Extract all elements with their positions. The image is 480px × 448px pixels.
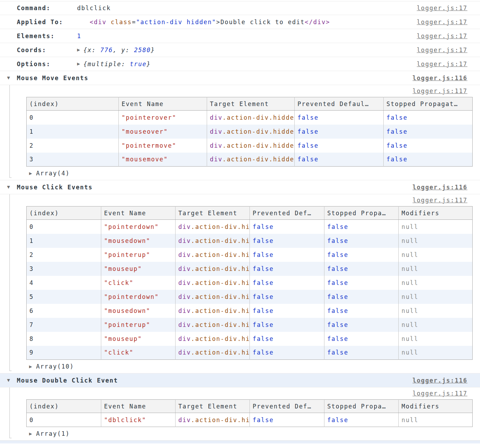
group-header-mouse-double-click-event[interactable]: ▼Mouse Double Click Eventlogger.js:116: [0, 373, 480, 387]
cell-target-element[interactable]: div.action-div.hidden: [176, 413, 250, 427]
array-toggle[interactable]: ▶Array(4): [29, 170, 70, 177]
token-attr: .action-div.hidden: [191, 335, 249, 342]
cell-stopped: false: [384, 153, 473, 167]
column-header-target-element[interactable]: Target Element: [207, 97, 295, 111]
collapse-triangle-icon[interactable]: ▼: [7, 185, 17, 189]
cell-event: "pointerup": [101, 318, 176, 332]
token-attr: .action-div.hidden: [191, 265, 249, 272]
column-header-target-element[interactable]: Target Element: [176, 206, 250, 220]
column-header-stopped-propagat-[interactable]: Stopped Propagat…: [384, 97, 473, 111]
source-link[interactable]: logger.js:17: [417, 19, 467, 26]
cell-target-element[interactable]: div.action-div.hidden: [176, 304, 250, 318]
devtools-console: Command: dblclick logger.js:17 Applied T…: [0, 1, 480, 443]
applied-to-element-preview[interactable]: <div class="action-div hidden">Double cl…: [90, 19, 330, 26]
cell-stopped: false: [324, 248, 399, 262]
cell-prevented: false: [250, 290, 324, 304]
source-link[interactable]: logger.js:17: [417, 33, 467, 40]
column-header--index-[interactable]: (index): [27, 206, 101, 220]
token-plain: }: [147, 61, 151, 68]
cell-index: 0: [27, 413, 101, 427]
column-header-prevented-def-[interactable]: Prevented Def…: [250, 206, 324, 220]
mouse-double-click-event-table: (index)Event NameTarget ElementPrevented…: [26, 399, 473, 427]
expand-triangle-icon[interactable]: ▶: [29, 364, 36, 369]
source-link[interactable]: logger.js:17: [417, 5, 467, 12]
cell-prevented: false: [250, 262, 324, 276]
cell-event: "dblclick": [101, 413, 176, 427]
expand-triangle-icon[interactable]: ▶: [77, 62, 83, 66]
table-row: 3"mouseup"div.action-div.hiddenfalsefals…: [27, 262, 473, 276]
column-header--index-[interactable]: (index): [27, 400, 101, 413]
source-link[interactable]: logger.js:117: [413, 197, 467, 204]
cell-event: "mousedown": [101, 234, 176, 248]
cell-target-element[interactable]: div.action-div.hidden: [176, 220, 250, 234]
expand-triangle-icon[interactable]: ▶: [29, 432, 36, 436]
cell-target-element[interactable]: div.action-div.hidden: [176, 276, 250, 290]
token-tag: div: [178, 307, 191, 314]
column-header-event-name[interactable]: Event Name: [101, 400, 176, 413]
column-header-modifiers[interactable]: Modifiers: [399, 206, 473, 220]
coords-object-preview[interactable]: {x: 776, y: 2580}: [83, 47, 155, 54]
cell-target-element[interactable]: div.action-div.hidden: [176, 332, 250, 346]
expand-triangle-icon[interactable]: ▶: [77, 48, 83, 52]
cell-target-element[interactable]: div.action-div.hidden: [207, 125, 295, 139]
cell-target-element[interactable]: div.action-div.hidden: [176, 318, 250, 332]
source-link[interactable]: logger.js:17: [417, 47, 467, 54]
array-toggle[interactable]: ▶Array(10): [29, 363, 74, 370]
collapse-triangle-icon[interactable]: ▼: [7, 76, 17, 80]
column-header--index-[interactable]: (index): [27, 97, 119, 111]
column-header-target-element[interactable]: Target Element: [176, 400, 250, 413]
expand-triangle-icon[interactable]: ▶: [29, 171, 36, 176]
cell-target-element[interactable]: div.action-div.hidden: [176, 262, 250, 276]
options-object-preview[interactable]: {multiple: true}: [83, 61, 151, 68]
token-attr: .action-div.hidden: [222, 114, 294, 121]
source-link[interactable]: logger.js:116: [413, 184, 467, 191]
cell-target-element[interactable]: div.action-div.hidden: [176, 290, 250, 304]
log-row-coords: Coords: ▶ {x: 776, y: 2580} logger.js:17: [0, 43, 480, 57]
column-header-prevented-def-[interactable]: Prevented Def…: [250, 400, 324, 413]
cell-target-element[interactable]: div.action-div.hidden: [207, 153, 295, 167]
group-header-mouse-click-events[interactable]: ▼Mouse Click Eventslogger.js:116: [0, 180, 480, 194]
source-link[interactable]: logger.js:117: [413, 88, 467, 94]
source-link[interactable]: logger.js:116: [413, 75, 467, 82]
source-link[interactable]: logger.js:17: [417, 61, 467, 68]
cell-modifiers: null: [399, 262, 473, 276]
source-link[interactable]: logger.js:117: [413, 390, 467, 397]
group-indent-guide: [9, 387, 12, 438]
group-content-mouse-double-click-event: logger.js:117(index)Event NameTarget Ele…: [0, 387, 480, 441]
token-tag: div: [210, 142, 222, 149]
cell-event: "pointerdown": [101, 220, 176, 234]
token-attr: .action-div.hidden: [191, 307, 249, 314]
cell-target-element[interactable]: div.action-div.hidden: [207, 139, 295, 153]
cell-target-element[interactable]: div.action-div.hidden: [176, 346, 250, 360]
cell-prevented: false: [295, 125, 384, 139]
cell-stopped: false: [324, 413, 399, 427]
column-header-stopped-propa-[interactable]: Stopped Propa…: [324, 400, 399, 413]
table-row: 7"pointerup"div.action-div.hiddenfalsefa…: [27, 318, 473, 332]
column-header-stopped-propa-[interactable]: Stopped Propa…: [324, 206, 399, 220]
column-header-modifiers[interactable]: Modifiers: [399, 400, 473, 413]
array-toggle[interactable]: ▶Array(1): [29, 430, 70, 437]
table-row: 0"pointerover"div.action-div.hiddenfalse…: [27, 111, 473, 125]
token-attr: .action-div.hidden: [222, 156, 294, 163]
cell-target-element[interactable]: div.action-div.hidden: [176, 234, 250, 248]
column-header-prevented-defaul-[interactable]: Prevented Defaul…: [295, 97, 384, 111]
source-link[interactable]: logger.js:116: [413, 377, 467, 384]
cell-stopped: false: [384, 111, 473, 125]
cell-target-element[interactable]: div.action-div.hidden: [176, 248, 250, 262]
token-tag: div: [178, 265, 191, 272]
token-tag: <div: [90, 19, 107, 26]
token-num: 1: [77, 33, 81, 40]
cell-prevented: false: [250, 304, 324, 318]
cell-target-element[interactable]: div.action-div.hidden: [207, 111, 295, 125]
column-header-event-name[interactable]: Event Name: [101, 206, 176, 220]
table-row: 6"mousedown"div.action-div.hiddenfalsefa…: [27, 304, 473, 318]
console-groups: ▼Mouse Move Eventslogger.js:116logger.js…: [0, 71, 480, 441]
column-header-event-name[interactable]: Event Name: [119, 97, 207, 111]
table-row: 9"click"div.action-div.hiddenfalsefalsen…: [27, 346, 473, 360]
token-tag: div: [210, 114, 222, 121]
cell-modifiers: null: [399, 332, 473, 346]
group-indent-guide: [9, 194, 12, 371]
array-preview-label: Array(4): [36, 170, 70, 177]
group-header-mouse-move-events[interactable]: ▼Mouse Move Eventslogger.js:116: [0, 71, 480, 85]
collapse-triangle-icon[interactable]: ▼: [7, 378, 17, 383]
